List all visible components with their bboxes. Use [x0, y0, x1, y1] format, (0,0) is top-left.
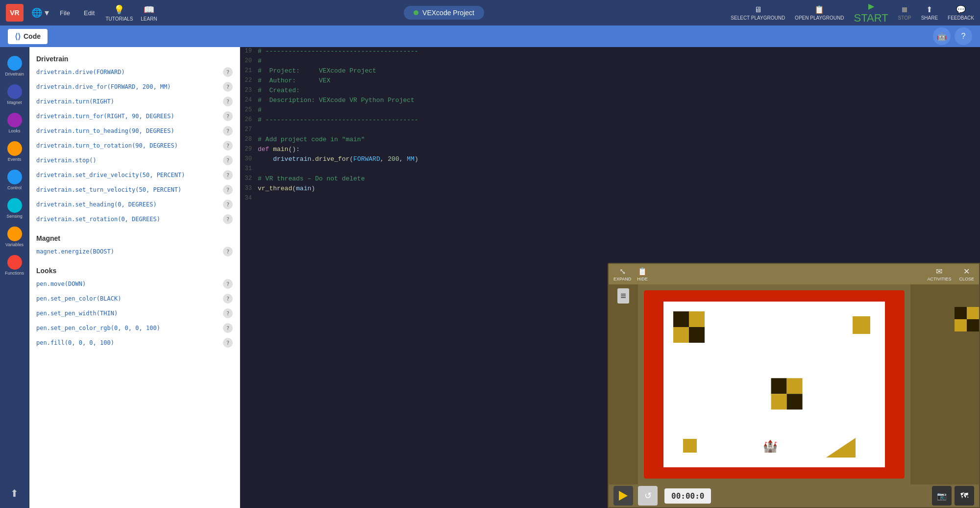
fn-magnet-energize[interactable]: magnet.energize(BOOST) ? [29, 244, 240, 259]
sidebar-item-drivetrain[interactable]: Drivetrain [1, 53, 28, 79]
help-pen-set-width[interactable]: ? [223, 308, 233, 318]
code-line-22: 22 # Author: VEX [240, 76, 980, 86]
close-button[interactable]: ✕ CLOSE [959, 267, 974, 281]
fn-pen-fill[interactable]: pen.fill(0, 0, 0, 100) ? [29, 335, 240, 350]
fn-pen-set-width[interactable]: pen.set_pen_width(THIN) ? [29, 306, 240, 321]
edit-menu[interactable]: Edit [81, 7, 98, 19]
pg-map-button[interactable]: 🗺 [955, 486, 974, 506]
pg-play-triangle-icon [619, 491, 628, 501]
vex-piece-4 [683, 439, 697, 453]
fn-pen-set-color-rgb[interactable]: pen.set_pen_color_rgb(0, 0, 0, 100) ? [29, 321, 240, 335]
help-magnet-energize[interactable]: ? [223, 247, 233, 256]
pg-timer: 00:00:0 [664, 488, 711, 504]
expand-button[interactable]: ⤡ EXPAND [613, 267, 631, 281]
help-drivetrain-set-drive-velocity[interactable]: ? [223, 170, 233, 180]
help-drivetrain-stop[interactable]: ? [223, 155, 233, 165]
pg-camera-button[interactable]: 📷 [932, 486, 952, 506]
pg-play-button[interactable] [613, 486, 633, 506]
share-button[interactable]: ⬆ SHARE [921, 5, 938, 21]
sidebar-item-magnet[interactable]: Magnet [1, 81, 28, 108]
magnet-icon [7, 84, 22, 99]
learn-button[interactable]: 📖 LEARN [141, 4, 157, 22]
main-area: Drivetrain Magnet Looks Events Control S… [0, 47, 980, 508]
sidebar-item-sensing[interactable]: Sensing [1, 195, 28, 222]
playground-canvas: ≡ [609, 284, 979, 484]
select-playground-button[interactable]: 🖥 SELECT PLAYGROUND [731, 5, 785, 21]
code-line-29: 29 def main(): [240, 145, 980, 155]
activities-button[interactable]: ✉ ACTIVITIES [927, 267, 951, 281]
project-name: VEXcode Project [422, 9, 474, 17]
tutorials-icon: 💡 [114, 4, 124, 15]
vex-piece-5 [826, 438, 856, 457]
code-line-21: 21 # Project: VEXcode Project [240, 67, 980, 76]
help-pen-set-color[interactable]: ? [223, 294, 233, 304]
help-drivetrain-turn[interactable]: ? [223, 97, 233, 106]
fn-pen-set-color[interactable]: pen.set_pen_color(BLACK) ? [29, 291, 240, 306]
sidebar-item-events[interactable]: Events [1, 138, 28, 165]
sidebar-item-looks[interactable]: Looks [1, 110, 28, 136]
hamburger-menu[interactable]: ≡ [617, 288, 629, 304]
help-drivetrain-turn-to-heading[interactable]: ? [223, 126, 233, 136]
fn-drivetrain-turn-to-heading[interactable]: drivetrain.turn_to_heading(90, DEGREES) … [29, 124, 240, 138]
code-line-32: 32 # VR threads – Do not delete [240, 175, 980, 184]
fn-drivetrain-drive-for[interactable]: drivetrain.drive_for(FORWARD, 200, MM) ? [29, 79, 240, 94]
stop-button[interactable]: ⏹ STOP [898, 5, 911, 21]
open-playground-button[interactable]: 📋 OPEN PLAYGROUND [795, 5, 844, 21]
help-drivetrain-drive[interactable]: ? [223, 67, 233, 77]
section-title-magnet: Magnet [29, 229, 240, 244]
fn-drivetrain-set-heading[interactable]: drivetrain.set_heading(0, DEGREES) ? [29, 197, 240, 212]
second-bar-right: 🤖 ? [933, 27, 972, 45]
looks-icon [7, 113, 22, 127]
pg-arena: 🏰 [644, 290, 905, 479]
help-pen-set-color-rgb[interactable]: ? [223, 323, 233, 333]
hide-button[interactable]: 📋 HIDE [637, 267, 648, 281]
vex-piece-1 [673, 311, 705, 343]
help-drivetrain-drive-for[interactable]: ? [223, 82, 233, 92]
feedback-button[interactable]: 💬 FEEDBACK [948, 5, 974, 21]
project-pill[interactable]: VEXcode Project [404, 6, 484, 20]
sidebar-item-bottom[interactable]: ⬆ [1, 484, 28, 502]
close-icon: ✕ [963, 267, 970, 276]
code-editor[interactable]: 19 # -----------------------------------… [240, 47, 980, 204]
sidebar-icons: Drivetrain Magnet Looks Events Control S… [0, 47, 29, 508]
sidebar-item-variables[interactable]: Variables [1, 224, 28, 250]
pg-reset-button[interactable]: ↺ [638, 486, 658, 506]
help-drivetrain-turn-for[interactable]: ? [223, 111, 233, 121]
fn-drivetrain-stop[interactable]: drivetrain.stop() ? [29, 153, 240, 168]
fn-drivetrain-turn-for[interactable]: drivetrain.turn_for(RIGHT, 90, DEGREES) … [29, 109, 240, 124]
help-drivetrain-set-turn-velocity[interactable]: ? [223, 185, 233, 195]
fn-drivetrain-set-rotation[interactable]: drivetrain.set_rotation(0, DEGREES) ? [29, 212, 240, 227]
ai-button[interactable]: 🤖 [933, 27, 951, 45]
learn-icon: 📖 [144, 4, 154, 15]
fn-drivetrain-set-drive-velocity[interactable]: drivetrain.set_drive_velocity(50, PERCEN… [29, 168, 240, 182]
project-title-area: VEXcode Project [165, 6, 723, 20]
fn-drivetrain-drive[interactable]: drivetrain.drive(FORWARD) ? [29, 65, 240, 79]
start-button[interactable]: ▶ START [854, 1, 888, 25]
code-tab[interactable]: ⟨⟩ Code [8, 29, 48, 44]
fn-drivetrain-turn-to-rotation[interactable]: drivetrain.turn_to_rotation(90, DEGREES)… [29, 138, 240, 153]
functions-icon [7, 255, 22, 270]
help-pen-fill[interactable]: ? [223, 338, 233, 348]
sidebar-item-control[interactable]: Control [1, 167, 28, 193]
help-button[interactable]: ? [955, 27, 972, 45]
select-playground-icon: 🖥 [754, 5, 762, 14]
help-drivetrain-turn-to-rotation[interactable]: ? [223, 141, 233, 151]
code-line-24: 24 # Description: VEXcode VR Python Proj… [240, 96, 980, 106]
sidebar-item-functions[interactable]: Functions [1, 252, 28, 279]
pg-reset-icon: ↺ [644, 490, 652, 501]
vex-piece-3 [771, 378, 803, 409]
globe-button[interactable]: 🌐 ▾ [31, 7, 49, 18]
fn-drivetrain-set-turn-velocity[interactable]: drivetrain.set_turn_velocity(50, PERCENT… [29, 182, 240, 197]
fn-pen-move[interactable]: pen.move(DOWN) ? [29, 277, 240, 291]
file-menu[interactable]: File [57, 7, 73, 19]
fn-drivetrain-turn[interactable]: drivetrain.turn(RIGHT) ? [29, 94, 240, 109]
project-status-dot [414, 10, 418, 15]
code-line-28: 28 # Add project code in "main" [240, 135, 980, 145]
help-pen-move[interactable]: ? [223, 279, 233, 289]
help-drivetrain-set-heading[interactable]: ? [223, 200, 233, 209]
hide-icon: 📋 [637, 267, 647, 276]
sidebar-bottom-icon: ⬆ [10, 487, 19, 499]
tutorials-button[interactable]: 💡 TUTORIALS [105, 4, 133, 22]
help-drivetrain-set-rotation[interactable]: ? [223, 214, 233, 224]
vex-piece-2 [853, 316, 870, 334]
